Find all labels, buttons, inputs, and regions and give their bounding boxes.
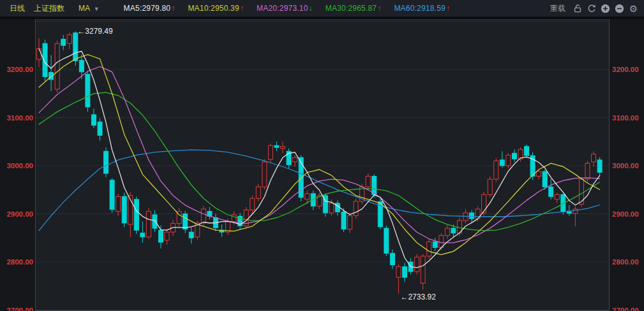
chart-toolbar: 日线 上证指数 MA ▼ MA5:2979.80↑MA10:2950.39↑MA… [0,0,644,19]
y-tick-right-5: 2700.00 [612,307,639,311]
ma-readout-label: MA30:2965.87 [326,4,377,13]
y-tick-left-0: 3200.00 [6,66,33,73]
y-tick-right-3: 2900.00 [612,210,639,218]
period-tab-daily[interactable]: 日线 [10,3,25,14]
candle-11 [104,147,109,177]
candle-52 [354,198,358,219]
reload-button[interactable]: 重载 [550,3,565,14]
zoom-out-icon[interactable] [614,3,625,14]
y-tick-right-1: 3100.00 [612,114,639,122]
up-arrow-icon: ↑ [240,4,244,13]
refresh-icon[interactable] [586,3,597,14]
zoom-in-icon[interactable] [600,3,611,14]
y-tick-left-1: 3100.00 [6,114,33,122]
candle-8 [86,71,90,112]
y-tick-right-4: 2800.00 [612,258,639,266]
candle-83 [543,170,547,190]
up-arrow-icon: ↑ [446,4,450,13]
ma-readout-0[interactable]: MA5:2979.80↑ [124,4,176,13]
y-tick-right-0: 3200.00 [612,66,639,73]
ma-readout-label: MA5:2979.80 [124,4,171,13]
unlock-icon[interactable] [572,3,583,14]
high-price-annotation: ←3279.49 [77,27,113,36]
y-tick-left-2: 3000.00 [6,162,33,170]
ma-readout-1[interactable]: MA10:2950.39↑ [188,4,244,13]
symbol-tab[interactable]: 上证指数 [34,3,64,14]
candle-77 [506,153,511,168]
y-tick-right-2: 3000.00 [612,162,639,170]
candle-3 [55,41,59,93]
ma-readout-2[interactable]: MA20:2973.10↓ [257,4,313,13]
candle-64 [427,239,431,259]
candle-34 [244,207,248,228]
up-arrow-icon: ↑ [377,4,381,13]
ma-indicator-selector[interactable]: MA ▼ [79,4,100,13]
candle-6 [73,31,78,66]
candle-18 [146,208,151,238]
candlestick-chart[interactable]: 3200.003200.003100.003100.003000.003000.… [0,0,644,311]
candle-37 [262,159,267,189]
ma-readout-label: MA20:2973.10 [257,4,308,13]
ma-readout-4[interactable]: MA60:2918.59↑ [394,4,450,13]
plot-area[interactable] [36,19,610,311]
ma-values-readout: MA5:2979.80↑MA10:2950.39↑MA20:2973.10↓MA… [111,4,450,13]
up-arrow-icon: ↑ [171,4,175,13]
candle-75 [494,158,498,182]
ma-readout-label: MA60:2918.59 [394,4,445,13]
low-price-annotation: ←2733.92 [400,293,436,301]
candle-16 [134,196,139,234]
settings-gear-icon[interactable]: ⚙ [628,3,639,14]
chart-window: 3200.003200.003100.003100.003000.003000.… [0,0,644,311]
candle-57 [384,226,389,256]
candle-36 [256,184,260,201]
candle-73 [482,192,486,216]
y-tick-left-5: 2700.00 [6,307,33,311]
candle-14 [122,192,126,227]
ma-readout-label: MA10:2950.39 [188,4,239,13]
candle-90 [585,161,590,182]
down-arrow-icon: ↓ [309,4,313,13]
candle-74 [488,177,492,198]
candle-81 [530,152,535,180]
candle-62 [415,254,419,275]
y-tick-left-3: 2900.00 [6,210,33,218]
ma-readout-3[interactable]: MA30:2965.87↑ [326,4,382,13]
ma-selector-label: MA [79,4,89,13]
chevron-down-icon: ▼ [94,6,100,12]
candle-12 [110,178,114,213]
y-tick-left-4: 2800.00 [6,258,33,266]
candle-1 [43,40,47,81]
